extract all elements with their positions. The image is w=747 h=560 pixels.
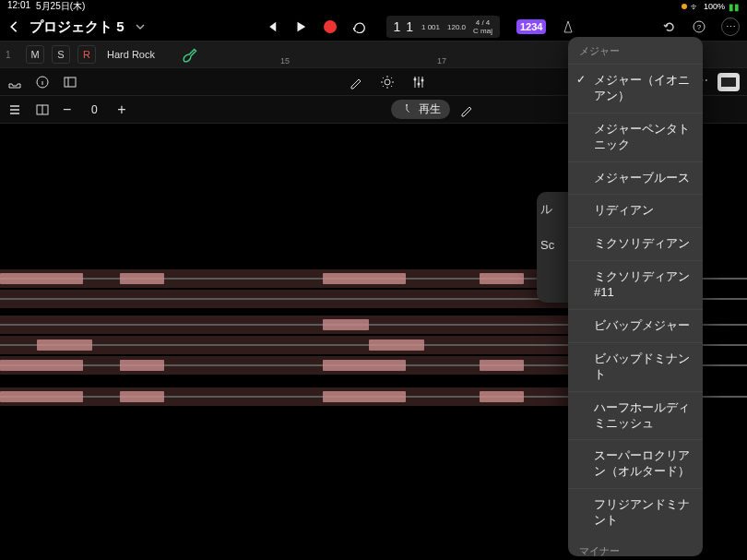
location-dot-icon (682, 4, 687, 9)
menu-item-label: メジャーブルース (594, 171, 690, 185)
menu-section-header: マイナー (568, 537, 703, 556)
svg-point-4 (385, 79, 390, 85)
svg-rect-9 (723, 77, 725, 83)
play-mode-label: 再生 (419, 101, 441, 117)
svg-rect-3 (65, 77, 76, 87)
menu-item-mixolydian-sharp11[interactable]: ミクソリディアン#11 (568, 260, 703, 309)
midi-note[interactable] (323, 391, 406, 402)
zoom-in-button[interactable]: + (117, 101, 125, 118)
menu-item-major-blues[interactable]: メジャーブルース (568, 161, 703, 195)
svg-point-5 (413, 77, 416, 80)
menu-item-phrygian-dominant[interactable]: フリジアンドミナント (568, 488, 703, 537)
project-title[interactable]: プロジェクト 5 (30, 18, 125, 36)
more-icon[interactable]: ⋯ (721, 18, 740, 36)
menu-item-half-whole-dim[interactable]: ハーフホールディミニッシュ (568, 391, 703, 440)
menu-item-label: ハーフホールディミニッシュ (594, 400, 690, 430)
status-time: 12:01 (7, 0, 30, 13)
svg-rect-11 (731, 77, 733, 83)
scale-menu: メジャー メジャー（イオニアン） メジャーペンタトニック メジャーブルース リデ… (568, 37, 703, 556)
menu-section-header: メジャー (568, 37, 703, 64)
position-bar: 1 1 (394, 19, 414, 34)
svg-point-7 (421, 78, 423, 81)
list-icon[interactable] (7, 102, 22, 117)
midi-note[interactable] (480, 360, 524, 371)
back-icon[interactable] (7, 20, 20, 33)
cycle-icon[interactable] (353, 20, 366, 33)
track-name: Hard Rock (107, 49, 155, 60)
track-header[interactable]: 1 M S R Hard Rock (0, 42, 207, 67)
midi-note[interactable] (0, 273, 83, 284)
info-icon[interactable] (35, 75, 50, 89)
track-index: 1 (6, 50, 18, 60)
play-mode-button[interactable]: 再生 (391, 100, 450, 119)
brightness-icon[interactable] (380, 75, 395, 89)
key: C maj (473, 27, 492, 35)
ruler-mark: 15 (280, 56, 290, 66)
ruler-mark: 17 (437, 56, 446, 66)
metronome-icon[interactable] (561, 19, 575, 34)
menu-item-label: ビバップメジャー (594, 318, 690, 332)
midi-note[interactable] (323, 273, 406, 284)
midi-note[interactable] (37, 340, 92, 351)
menu-item-bebop-major[interactable]: ビバップメジャー (568, 309, 703, 342)
menu-item-lydian[interactable]: リディアン (568, 194, 703, 227)
menu-item-label: ビバップドミナント (594, 351, 690, 381)
midi-note[interactable] (0, 360, 83, 371)
svg-point-13 (406, 103, 408, 105)
status-bar: 12:01 5月25日(木) ᯤ 100% ▮▮ (0, 0, 747, 13)
midi-note[interactable] (323, 319, 369, 330)
tempo: 120.0 (447, 23, 466, 31)
play-icon[interactable] (294, 20, 307, 33)
count-in-badge[interactable]: 1234 (516, 19, 546, 34)
svg-point-6 (417, 82, 420, 85)
guitar-icon (181, 44, 201, 65)
touch-icon (400, 103, 413, 116)
battery-percent: 100% (704, 2, 725, 11)
svg-rect-10 (727, 77, 729, 83)
lcd-display[interactable]: 1 1 1 001 120.0 4 / 4 C maj (386, 16, 500, 38)
piano-icon (721, 77, 736, 87)
midi-note[interactable] (120, 391, 164, 402)
solo-button[interactable]: S (52, 45, 70, 64)
midi-note[interactable] (120, 273, 164, 284)
draw-icon[interactable] (459, 102, 474, 117)
chevron-down-icon[interactable] (136, 22, 145, 31)
midi-note[interactable] (480, 273, 524, 284)
undo-icon[interactable] (662, 19, 677, 34)
zoom-out-button[interactable]: − (63, 101, 71, 118)
menu-item-super-locrian[interactable]: スーパーロクリアン（オルタード） (568, 439, 703, 488)
midi-note[interactable] (0, 391, 83, 402)
position-sub: 1 001 (421, 23, 440, 31)
wifi-icon: ᯤ (691, 2, 700, 12)
record-enable-button[interactable]: R (77, 45, 96, 64)
status-date: 5月25日(木) (36, 0, 85, 13)
menu-item-label: スーパーロクリアン（オルタード） (594, 448, 690, 478)
midi-note[interactable] (480, 391, 524, 402)
panel-icon[interactable] (63, 75, 77, 89)
mute-button[interactable]: M (26, 45, 44, 64)
battery-icon: ▮▮ (729, 2, 740, 12)
panel-row: Sc (540, 238, 564, 252)
scale-panel-edge: ル Sc (537, 192, 568, 303)
time-signature: 4 / 4 (476, 18, 491, 27)
menu-item-label: リディアン (594, 203, 654, 217)
menu-item-label: フリジアンドミナント (594, 497, 690, 527)
menu-item-ionian[interactable]: メジャー（イオニアン） (568, 64, 703, 113)
menu-item-bebop-dominant[interactable]: ビバップドミナント (568, 342, 703, 391)
menu-item-label: メジャーペンタトニック (594, 122, 690, 151)
midi-note[interactable] (323, 360, 406, 371)
split-icon[interactable] (35, 102, 50, 117)
menu-item-major-pentatonic[interactable]: メジャーペンタトニック (568, 113, 703, 161)
panel-row: ル (540, 201, 564, 218)
record-button[interactable] (324, 20, 337, 33)
sliders-icon[interactable] (411, 75, 426, 89)
midi-note[interactable] (120, 360, 164, 371)
keyboard-view-button[interactable] (717, 73, 740, 91)
go-to-start-icon[interactable] (265, 20, 278, 33)
menu-item-mixolydian[interactable]: ミクソリディアン (568, 227, 703, 260)
midi-note[interactable] (369, 340, 424, 351)
menu-item-label: ミクソリディアン (594, 236, 690, 250)
inbox-icon[interactable] (7, 75, 22, 89)
help-icon[interactable]: ? (692, 19, 706, 34)
pencil-icon[interactable] (349, 75, 363, 89)
